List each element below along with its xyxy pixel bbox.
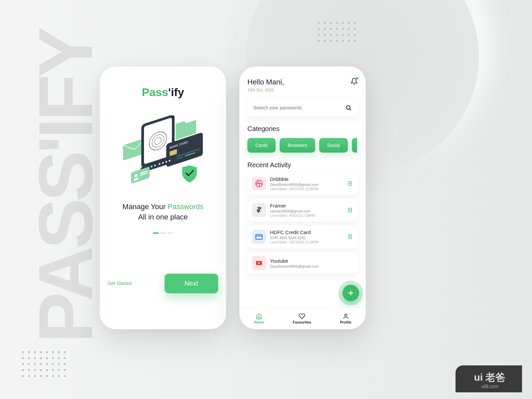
search-bar[interactable] (247, 99, 358, 116)
tagline-text: Manage Your (122, 202, 168, 211)
search-input[interactable] (253, 105, 345, 110)
framer-icon (252, 203, 266, 217)
item-title: Framer (270, 203, 343, 208)
logo-part2: 'ify (168, 86, 184, 98)
home-icon (256, 313, 262, 320)
date-text: 10th Oct, 2020 (247, 88, 284, 92)
app-logo: Pass'ify (108, 86, 218, 99)
next-button[interactable]: Next (165, 274, 218, 293)
password-item-hdfc[interactable]: HDFC Credit Card 2345 3625 5648 8292 Las… (247, 225, 358, 248)
logo-part1: Pass (142, 86, 168, 98)
recent-heading: Recent Activity (247, 161, 358, 169)
tagline-line2: All in one place (138, 213, 188, 221)
plus-icon (347, 289, 354, 297)
tab-home[interactable]: Home (254, 313, 264, 324)
decorative-dots (20, 349, 73, 379)
tagline: Manage Your Passwords All in one place (108, 202, 218, 222)
dribbble-icon (252, 177, 266, 191)
page-indicator (153, 232, 173, 234)
svg-point-26 (346, 105, 350, 109)
add-button[interactable] (342, 285, 359, 301)
password-item-youtube[interactable]: Youtube DaveBriston8055@gmail.com (247, 252, 358, 274)
credit-card-icon (252, 230, 266, 244)
password-item-framer[interactable]: Framer vannan3926@gmail.com Last Edited … (247, 199, 358, 221)
svg-point-43 (344, 314, 347, 316)
heart-icon (299, 313, 305, 320)
get-started-link[interactable]: Get Started (108, 281, 132, 286)
category-chip-browsers[interactable]: Browsers (280, 138, 315, 153)
tab-label: Favourites (293, 320, 311, 324)
copy-icon[interactable] (347, 234, 353, 240)
item-title: Youtube (270, 258, 353, 264)
item-title: Dribbble (270, 176, 343, 182)
tab-favourites[interactable]: Favourites (293, 313, 311, 324)
notification-dot (356, 77, 358, 79)
greeting-text: Hello Mani, (247, 78, 284, 86)
copy-icon[interactable] (347, 181, 353, 187)
security-illustration: BANK CARD (120, 115, 206, 189)
watermark-badge: ui 老爸 uil8.com (456, 365, 522, 392)
watermark-title: ui 老爸 (474, 372, 506, 383)
notification-button[interactable] (350, 78, 358, 86)
phone-splash-screen: Pass'ify BANK CARD (100, 66, 226, 329)
category-chip-social[interactable]: Social (319, 138, 348, 153)
svg-rect-35 (256, 235, 262, 239)
tab-profile[interactable]: Profile (340, 313, 351, 324)
password-item-dribbble[interactable]: Dribbble DaveBriston8055@gmail.com Last … (247, 172, 358, 195)
youtube-icon (252, 256, 266, 270)
svg-line-27 (349, 109, 351, 110)
tab-label: Profile (340, 320, 351, 324)
item-subtitle: 2345 3625 5648 8292 (270, 236, 343, 240)
profile-icon (342, 313, 349, 320)
tab-label: Home (254, 320, 264, 324)
item-subtitle: vannan3926@gmail.com (270, 209, 343, 213)
item-meta: Last Edited : 4/9/2019 1:30PM (270, 214, 343, 217)
tagline-accent: Passwords (168, 202, 203, 211)
item-subtitle: DaveBriston8055@gmail.com (270, 183, 343, 187)
categories-heading: Categories (247, 125, 358, 133)
bottom-tab-bar: Home Favourites Profile (239, 307, 366, 329)
item-meta: Last Edited : 24/7/2020 12:30PM (270, 187, 343, 191)
item-meta: Last Edited : 24/7/2020 12:30PM (270, 240, 343, 244)
item-title: HDFC Credit Card (270, 229, 343, 235)
category-chip-cards[interactable]: Cards (247, 138, 276, 153)
category-chip-more[interactable] (352, 138, 357, 153)
decorative-dots (316, 20, 362, 44)
search-icon (345, 104, 352, 111)
background-brand-text: PASS'IFY (33, 30, 98, 343)
watermark-subtitle: uil8.com (466, 384, 514, 389)
item-subtitle: DaveBriston8055@gmail.com (270, 264, 353, 268)
copy-icon[interactable] (347, 207, 353, 213)
phone-home-screen: Hello Mani, 10th Oct, 2020 Categories Ca… (239, 66, 366, 329)
